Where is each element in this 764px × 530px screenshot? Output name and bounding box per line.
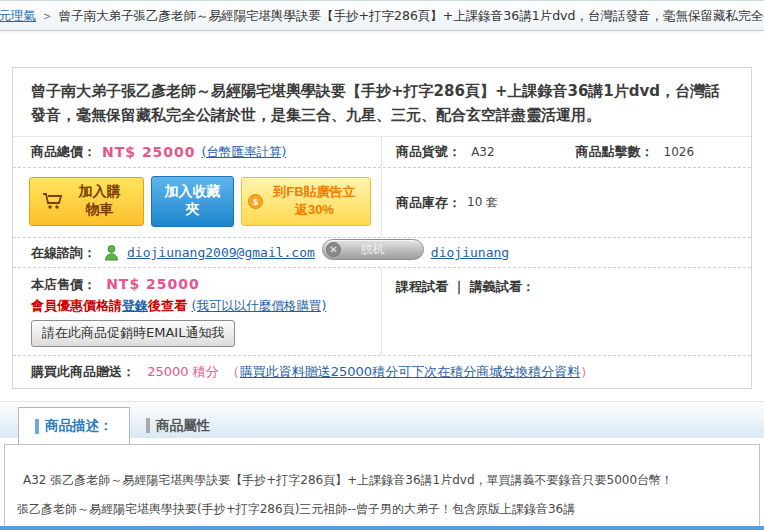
stock-label: 商品庫存： xyxy=(396,194,461,212)
consult-label: 在線諮詢： xyxy=(31,244,96,262)
shop-price-label: 本店售價： xyxy=(31,277,96,292)
offline-x-icon: ✕ xyxy=(326,242,341,257)
cart-icon xyxy=(42,193,64,210)
sku-value: A32 xyxy=(471,145,494,159)
breadcrumb-separator: ＞ xyxy=(41,8,54,23)
msn-buddy-icon xyxy=(103,244,120,261)
sku-clicks-cell: 商品貨號： A32 商品點擊數： 1026 xyxy=(382,137,751,167)
tab-attributes-label: 商品屬性 xyxy=(156,417,210,435)
tab-tick-icon xyxy=(146,418,150,433)
tab-tick-icon xyxy=(35,419,39,434)
clicks-label: 商品點擊數： xyxy=(575,144,653,159)
action-buttons-cell: 加入購物車 加入收藏夾 $ 到FB貼廣告立返30% xyxy=(13,168,382,237)
exchange-rate-link[interactable]: (台幣匯率計算) xyxy=(202,144,287,161)
product-tabs-bar: 商品描述： 商品屬性 xyxy=(0,401,764,438)
stock-cell: 商品庫存： 10 套 xyxy=(382,168,751,237)
reward-value: 25000 積分 xyxy=(147,364,219,379)
preview-cell: 課程試看 ｜ 講義試看： xyxy=(382,268,751,355)
online-consult-row: 在線諮詢： diojiunang2009@gmail.com ✕ 脱机 dioj… xyxy=(13,238,751,268)
product-title: 曾子南大弟子張乙彥老師～易經陽宅堪輿學訣要【手抄+打字286頁】+上課錄音36講… xyxy=(13,68,751,136)
svg-text:$: $ xyxy=(253,197,258,207)
description-line-2: 張乙彥老師～易經陽宅堪輿學抉要(手抄+打字286頁)三元祖師--曾子男的大弟子！… xyxy=(17,500,747,519)
product-info-table: 商品總價： NT$ 25000 (台幣匯率計算) 商品貨號： A32 商品點擊數… xyxy=(13,136,751,388)
shop-price-cell: 本店售價： NT$ 25000 會員優惠價格請登錄後查看 (我可以以什麼價格購買… xyxy=(13,268,382,355)
reward-row: 購買此商品贈送： 25000 積分 （購買此資料贈送25000積分可下次在積分商… xyxy=(13,356,751,388)
member-price-text-post: 後查看 xyxy=(148,298,192,313)
row-shopprice-preview: 本店售價： NT$ 25000 會員優惠價格請登錄後查看 (我可以以什麼價格購買… xyxy=(13,268,751,356)
fb-ad-button[interactable]: $ 到FB貼廣告立返30% xyxy=(241,177,371,226)
row-buttons-stock: 加入購物車 加入收藏夾 $ 到FB貼廣告立返30% 商品庫存： 10 套 xyxy=(13,168,751,238)
reward-label: 購買此商品贈送： xyxy=(31,364,135,379)
preview-label: 課程試看 ｜ 講義試看： xyxy=(396,278,535,296)
bottom-highlight-strip xyxy=(0,526,764,530)
product-info-panel: 曾子南大弟子張乙彥老師～易經陽宅堪輿學訣要【手抄+打字286頁】+上課錄音36講… xyxy=(12,67,752,389)
add-to-favorites-button[interactable]: 加入收藏夾 xyxy=(151,176,234,227)
reward-paren-open: （ xyxy=(227,364,240,379)
clicks-value: 1026 xyxy=(664,145,695,159)
tab-description[interactable]: 商品描述： xyxy=(18,407,130,444)
login-link[interactable]: 登錄 xyxy=(122,298,148,313)
skype-status-badge[interactable]: ✕ 脱机 xyxy=(322,239,424,260)
breadcrumb-title: 曾子南大弟子張乙彥老師～易經陽宅堪輿學訣要【手抄+打字286頁】+上課錄音36講… xyxy=(59,8,764,23)
add-to-cart-button[interactable]: 加入購物車 xyxy=(29,177,144,226)
total-price-cell: 商品總價： NT$ 25000 (台幣匯率計算) xyxy=(13,137,382,167)
skype-name-link[interactable]: diojiunang xyxy=(431,245,509,260)
sku-label: 商品貨號： xyxy=(396,144,461,159)
consult-email-link[interactable]: diojiunang2009@gmail.com xyxy=(127,245,315,260)
tab-attributes[interactable]: 商品屬性 xyxy=(130,407,226,444)
row-price-sku: 商品總價： NT$ 25000 (台幣匯率計算) 商品貨號： A32 商品點擊數… xyxy=(13,137,751,168)
total-price-value: NT$ 25000 xyxy=(102,144,196,160)
what-price-link[interactable]: (我可以以什麼價格購買) xyxy=(192,298,327,313)
email-notify-button[interactable]: 請在此商品促銷時EMAIL通知我 xyxy=(31,320,235,347)
tab-description-label: 商品描述： xyxy=(45,417,113,435)
add-to-cart-label: 加入購物車 xyxy=(74,183,125,219)
description-line-1: A32 張乙彥老師～易經陽宅堪輿學訣要【手抄+打字286頁】+上課錄音36講1片… xyxy=(23,471,747,490)
stock-value: 10 套 xyxy=(467,194,498,211)
breadcrumb-category-link[interactable]: 三元理氣 xyxy=(0,8,36,23)
member-price-text-pre: 會員優惠價格請 xyxy=(31,298,122,313)
reward-paren-close: ） xyxy=(580,364,593,379)
shop-price-value: NT$ 25000 xyxy=(106,276,200,292)
coin-icon: $ xyxy=(248,194,263,209)
reward-points-link[interactable]: 購買此資料贈送25000積分可下次在積分商城兌換積分資料 xyxy=(240,364,580,379)
skype-status-text: 脱机 xyxy=(361,241,385,258)
total-price-label: 商品總價： xyxy=(31,143,96,161)
breadcrumb: 三元理氣＞曾子南大弟子張乙彥老師～易經陽宅堪輿學訣要【手抄+打字286頁】+上課… xyxy=(0,0,764,31)
product-description-panel: A32 張乙彥老師～易經陽宅堪輿學訣要【手抄+打字286頁】+上課錄音36講1片… xyxy=(4,444,760,530)
fb-ad-label: 到FB貼廣告立返30% xyxy=(267,183,362,219)
